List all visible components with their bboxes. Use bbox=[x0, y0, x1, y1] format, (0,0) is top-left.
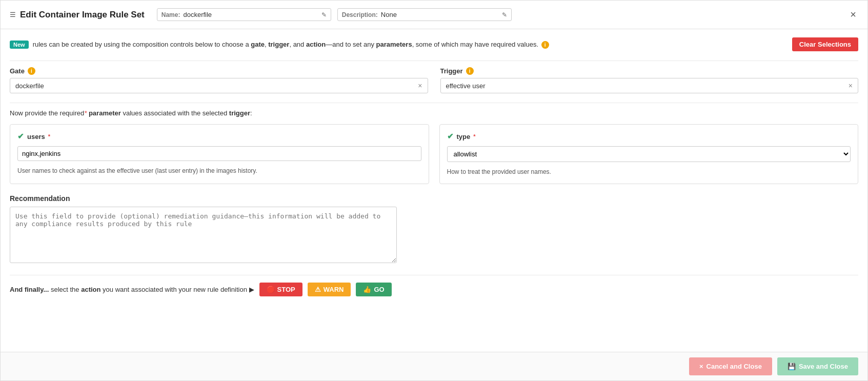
modal-container: ☰ Edit Container Image Rule Set Name: do… bbox=[0, 0, 868, 381]
gate-label-text: Gate bbox=[10, 67, 25, 75]
go-icon: 👍 bbox=[363, 286, 371, 293]
name-edit-icon[interactable]: ✎ bbox=[321, 11, 327, 18]
name-field: Name: dockerfile ✎ bbox=[157, 8, 331, 21]
new-badge: New bbox=[10, 41, 29, 49]
users-input[interactable] bbox=[17, 146, 421, 161]
modal-footer: × Cancel and Close 💾 Save and Close bbox=[1, 352, 867, 380]
list-icon: ☰ bbox=[10, 11, 16, 18]
banner-text-pre: rules can be created by using the compos… bbox=[33, 41, 251, 48]
cancel-close-button[interactable]: × Cancel and Close bbox=[689, 357, 772, 375]
params-label-mid: parameter bbox=[87, 109, 120, 117]
param-card-users: ✔ users* User names to check against as … bbox=[10, 124, 429, 184]
params-label-pre: Now provide the required bbox=[10, 109, 84, 117]
trigger-value: effective user bbox=[446, 82, 486, 90]
stop-label: STOP bbox=[277, 286, 295, 293]
stop-action-button[interactable]: 🛑 STOP bbox=[259, 283, 302, 296]
cancel-label: Cancel and Close bbox=[706, 363, 762, 370]
warn-action-button[interactable]: ⚠ WARN bbox=[308, 283, 351, 296]
banner-mid: , and bbox=[289, 41, 306, 48]
save-close-button[interactable]: 💾 Save and Close bbox=[777, 357, 858, 375]
type-description: How to treat the provided user names. bbox=[447, 167, 851, 176]
users-label: users bbox=[27, 133, 45, 141]
users-required-star: * bbox=[48, 133, 50, 139]
gate-value: dockerfile bbox=[15, 82, 44, 90]
new-rule-banner: New rules can be created by using the co… bbox=[10, 37, 858, 51]
recommendation-label: Recommendation bbox=[10, 194, 858, 203]
trigger-label: Trigger i bbox=[440, 67, 859, 75]
header-fields: Name: dockerfile ✎ Description: None ✎ bbox=[157, 8, 849, 21]
save-label: Save and Close bbox=[799, 363, 848, 370]
recommendation-textarea[interactable] bbox=[10, 207, 397, 263]
divider-2 bbox=[10, 103, 858, 103]
trigger-info-icon[interactable]: i bbox=[466, 67, 474, 75]
modal-body: New rules can be created by using the co… bbox=[1, 29, 867, 352]
action-arrow: ▶ bbox=[249, 286, 254, 293]
action-label: And finally... select the action you wan… bbox=[10, 286, 254, 293]
divider-1 bbox=[10, 61, 858, 61]
type-check-icon: ✔ bbox=[447, 132, 454, 141]
gate-label: Gate i bbox=[10, 67, 428, 75]
banner-info-icon[interactable]: i bbox=[541, 41, 549, 49]
banner-trigger-word: trigger bbox=[268, 41, 289, 48]
gate-section: Gate i dockerfile × bbox=[10, 67, 428, 93]
param-card-type: ✔ type* allowlist denylist How to treat … bbox=[439, 124, 859, 184]
warn-label: WARN bbox=[324, 286, 344, 293]
params-label-post: values associated with the selected bbox=[121, 109, 229, 117]
banner-gate-word: gate bbox=[251, 41, 265, 48]
banner-action-word: action bbox=[306, 41, 326, 48]
name-value: dockerfile bbox=[183, 11, 212, 18]
recommendation-section: Recommendation bbox=[10, 194, 858, 265]
params-trigger-word: trigger bbox=[229, 109, 250, 117]
trigger-select-field[interactable]: effective user × bbox=[440, 78, 859, 93]
action-label-post: you want associated with your new rule d… bbox=[101, 286, 249, 293]
action-label-mid: select the bbox=[49, 286, 81, 293]
type-label: type bbox=[457, 133, 471, 141]
gate-info-icon[interactable]: i bbox=[28, 67, 35, 75]
action-label-pre: And finally... bbox=[10, 286, 49, 293]
description-value: None bbox=[381, 11, 397, 18]
gate-clear-icon[interactable]: × bbox=[418, 82, 422, 90]
params-row: ✔ users* User names to check against as … bbox=[10, 124, 858, 184]
trigger-section: Trigger i effective user × bbox=[440, 67, 859, 93]
banner-end: , some of which may have required values… bbox=[412, 41, 538, 48]
banner-params-word: parameters bbox=[376, 41, 412, 48]
description-label: Description: bbox=[342, 11, 378, 18]
type-required-star: * bbox=[473, 133, 475, 139]
trigger-label-text: Trigger bbox=[440, 67, 463, 75]
users-description: User names to check against as the effec… bbox=[17, 166, 421, 175]
description-edit-icon[interactable]: ✎ bbox=[502, 11, 507, 18]
modal-header: ☰ Edit Container Image Rule Set Name: do… bbox=[1, 1, 867, 29]
banner-text: rules can be created by using the compos… bbox=[33, 41, 549, 49]
param-type-header: ✔ type* bbox=[447, 132, 851, 141]
stop-icon: 🛑 bbox=[267, 286, 275, 293]
description-field: Description: None ✎ bbox=[337, 8, 512, 21]
users-check-icon: ✔ bbox=[17, 132, 24, 141]
gate-trigger-row: Gate i dockerfile × Trigger i effective … bbox=[10, 67, 858, 93]
go-label: GO bbox=[374, 286, 384, 293]
name-label: Name: bbox=[162, 11, 180, 18]
banner-post: —and to set any bbox=[326, 41, 376, 48]
gate-select-field[interactable]: dockerfile × bbox=[10, 78, 428, 93]
warn-icon: ⚠ bbox=[315, 286, 321, 293]
modal-close-button[interactable]: × bbox=[848, 7, 858, 23]
clear-selections-button[interactable]: Clear Selections bbox=[792, 37, 858, 51]
type-select[interactable]: allowlist denylist bbox=[447, 146, 851, 162]
params-description: Now provide the required* parameter valu… bbox=[10, 109, 858, 117]
param-users-header: ✔ users* bbox=[17, 132, 421, 141]
save-icon: 💾 bbox=[788, 363, 796, 370]
page-title: Edit Container Image Rule Set bbox=[20, 10, 145, 20]
trigger-clear-icon[interactable]: × bbox=[849, 82, 853, 90]
params-colon: : bbox=[250, 109, 252, 117]
action-row: And finally... select the action you wan… bbox=[10, 275, 858, 300]
action-word: action bbox=[81, 286, 100, 293]
cancel-icon: × bbox=[699, 363, 703, 370]
go-action-button[interactable]: 👍 GO bbox=[356, 283, 391, 296]
